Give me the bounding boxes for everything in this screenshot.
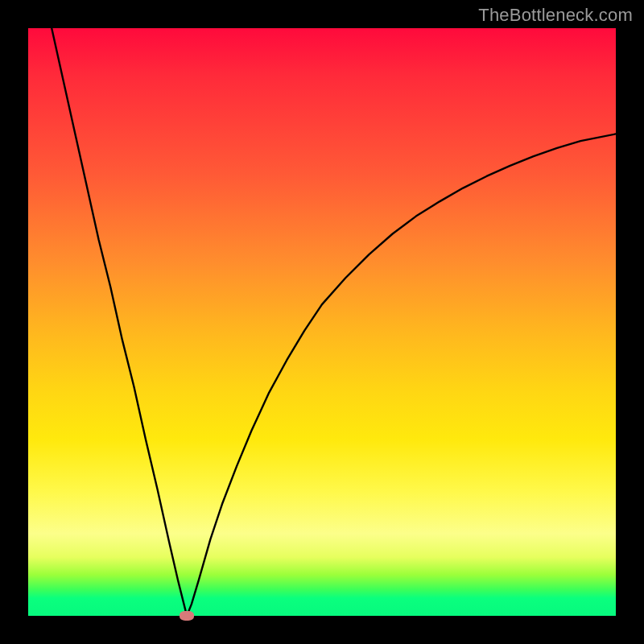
chart-frame: TheBottleneck.com [0,0,644,644]
bottleneck-curve [28,28,616,616]
minimum-marker [180,611,194,621]
plot-area [28,28,616,616]
watermark-text: TheBottleneck.com [478,5,633,26]
